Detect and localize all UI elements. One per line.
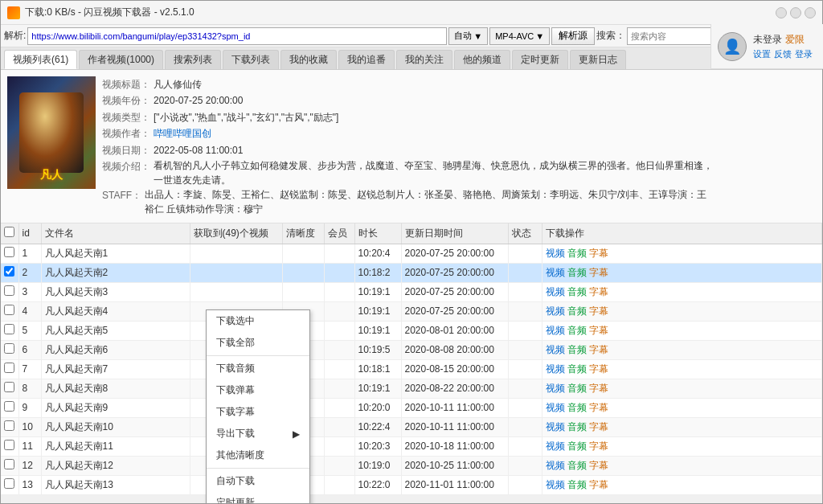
action-video[interactable]: 视频: [546, 286, 565, 297]
row-checkbox[interactable]: [4, 478, 14, 489]
table-row[interactable]: 13凡人风起天南1310:22:02020-11-01 11:00:00视频音频…: [1, 475, 822, 494]
row-checkbox[interactable]: [4, 343, 14, 354]
auto-dropdown[interactable]: 自动 ▼: [448, 27, 488, 45]
row-checkbox[interactable]: [4, 305, 14, 315]
action-video[interactable]: 视频: [546, 440, 565, 452]
context-menu-item[interactable]: 自动下载: [207, 470, 309, 492]
row-checkbox[interactable]: [4, 324, 14, 334]
action-audio[interactable]: 音频: [567, 363, 587, 375]
action-audio[interactable]: 音频: [567, 325, 587, 336]
table-row[interactable]: 6凡人风起天南610:19:52020-08-08 20:00:00视频音频字幕: [1, 340, 822, 359]
table-row[interactable]: 11凡人风起天南1110:20:32020-10-18 11:00:00视频音频…: [1, 436, 822, 456]
tab-favorites[interactable]: 我的收藏: [280, 50, 337, 69]
tab-following[interactable]: 我的追番: [338, 50, 395, 69]
action-sub[interactable]: 字幕: [589, 421, 608, 432]
table-row[interactable]: 3凡人风起天南310:19:12020-07-25 20:00:00视频音频字幕: [1, 282, 822, 301]
maximize-button[interactable]: □: [790, 7, 801, 18]
action-sub[interactable]: 字幕: [589, 363, 608, 375]
action-audio[interactable]: 音频: [567, 267, 587, 278]
context-menu-item[interactable]: 下载音频: [207, 358, 309, 379]
row-checkbox[interactable]: [4, 247, 14, 257]
row-checkbox[interactable]: [4, 440, 14, 450]
action-sub[interactable]: 字幕: [589, 460, 608, 471]
parse-source-button[interactable]: 解析源: [551, 27, 595, 45]
url-input[interactable]: [27, 27, 447, 45]
action-video[interactable]: 视频: [546, 479, 565, 490]
minimize-button[interactable]: ─: [776, 7, 787, 18]
action-audio[interactable]: 音频: [567, 286, 587, 297]
action-sub[interactable]: 字幕: [589, 286, 608, 297]
action-sub[interactable]: 字幕: [589, 248, 608, 259]
row-checkbox[interactable]: [4, 382, 14, 392]
header-checkbox[interactable]: [4, 227, 14, 237]
action-audio[interactable]: 音频: [567, 460, 587, 471]
tab-scheduled[interactable]: 定时更新: [512, 50, 568, 69]
table-row[interactable]: 4凡人风起天南410:19:12020-07-25 20:00:00视频音频字幕: [1, 301, 822, 321]
close-button[interactable]: ✕: [805, 7, 816, 18]
row-checkbox[interactable]: [4, 285, 14, 296]
format-dropdown[interactable]: MP4-AVC ▼: [489, 27, 550, 45]
context-menu-item[interactable]: 定时更新: [207, 492, 309, 504]
context-menu-item[interactable]: 导出下载 ▶: [207, 423, 309, 445]
action-sub[interactable]: 字幕: [589, 325, 608, 336]
row-checkbox[interactable]: [4, 420, 14, 431]
tab-download-list[interactable]: 下载列表: [223, 50, 279, 69]
row-checkbox[interactable]: [4, 401, 14, 412]
table-row[interactable]: 9凡人风起天南910:20:02020-10-11 11:00:00视频音频字幕: [1, 398, 822, 417]
action-video[interactable]: 视频: [546, 421, 565, 432]
tab-his-channel[interactable]: 他的频道: [454, 50, 510, 69]
table-body-scroll[interactable]: 1凡人风起天南110:20:42020-07-25 20:00:00视频音频字幕…: [1, 244, 822, 504]
action-audio[interactable]: 音频: [567, 305, 587, 317]
table-row[interactable]: 5凡人风起天南510:19:12020-08-01 20:00:00视频音频字幕: [1, 321, 822, 340]
table-row[interactable]: 8凡人风起天南810:19:12020-08-22 20:00:00视频音频字幕: [1, 379, 822, 398]
action-audio[interactable]: 音频: [567, 479, 587, 490]
action-video[interactable]: 视频: [546, 344, 565, 355]
context-menu-item[interactable]: 下载弹幕: [207, 379, 309, 401]
action-audio[interactable]: 音频: [567, 421, 587, 432]
action-sub[interactable]: 字幕: [589, 305, 608, 317]
row-checkbox[interactable]: [4, 266, 14, 277]
row-checkbox[interactable]: [4, 363, 14, 373]
search-input[interactable]: [627, 27, 723, 45]
tab-search-list[interactable]: 搜索列表: [165, 50, 221, 69]
action-video[interactable]: 视频: [546, 305, 565, 317]
context-menu-item[interactable]: 下载字幕: [207, 401, 309, 423]
action-audio[interactable]: 音频: [567, 383, 587, 394]
action-sub[interactable]: 字幕: [589, 440, 608, 452]
col-header-updateDate: 更新日期时间: [401, 223, 508, 244]
login-link[interactable]: 登录: [795, 48, 813, 60]
table-row[interactable]: 7凡人风起天南710:18:12020-08-15 20:00:00视频音频字幕: [1, 359, 822, 379]
action-sub[interactable]: 字幕: [589, 479, 608, 490]
table-row[interactable]: 10凡人风起天南1010:22:42020-10-11 11:00:00视频音频…: [1, 417, 822, 436]
row-checkbox[interactable]: [4, 459, 14, 469]
action-video[interactable]: 视频: [546, 402, 565, 413]
tab-my-follows[interactable]: 我的关注: [396, 50, 452, 69]
action-video[interactable]: 视频: [546, 363, 565, 375]
tab-video-list[interactable]: 视频列表(61): [4, 50, 77, 69]
table-row[interactable]: 1凡人风起天南110:20:42020-07-25 20:00:00视频音频字幕: [1, 244, 822, 264]
context-menu-item[interactable]: 下载选中: [207, 310, 309, 332]
table-row[interactable]: 12凡人风起天南1210:19:02020-10-25 11:00:00视频音频…: [1, 456, 822, 475]
feedback-link[interactable]: 反馈: [774, 48, 792, 60]
action-audio[interactable]: 音频: [567, 248, 587, 259]
action-video[interactable]: 视频: [546, 460, 565, 471]
action-sub[interactable]: 字幕: [589, 402, 608, 413]
tab-author-videos[interactable]: 作者视频(1000): [79, 50, 163, 69]
context-menu-item[interactable]: 下载全部: [207, 332, 309, 354]
action-sub[interactable]: 字幕: [589, 267, 608, 278]
action-sub[interactable]: 字幕: [589, 383, 608, 394]
tab-update-log[interactable]: 更新日志: [570, 50, 626, 69]
action-video[interactable]: 视频: [546, 248, 565, 259]
settings-link[interactable]: 设置: [753, 48, 771, 60]
row-duration: 10:19:0: [354, 456, 401, 475]
action-video[interactable]: 视频: [546, 267, 565, 278]
action-audio[interactable]: 音频: [567, 344, 587, 355]
table-row[interactable]: 2凡人风起天南210:18:22020-07-25 20:00:00视频音频字幕: [1, 263, 822, 282]
context-menu-item[interactable]: 其他清晰度: [207, 445, 309, 466]
action-sub[interactable]: 字幕: [589, 344, 608, 355]
action-video[interactable]: 视频: [546, 325, 565, 336]
action-audio[interactable]: 音频: [567, 440, 587, 452]
action-video[interactable]: 视频: [546, 383, 565, 394]
row-filename: 凡人风起天南7: [41, 359, 190, 379]
action-audio[interactable]: 音频: [567, 402, 587, 413]
